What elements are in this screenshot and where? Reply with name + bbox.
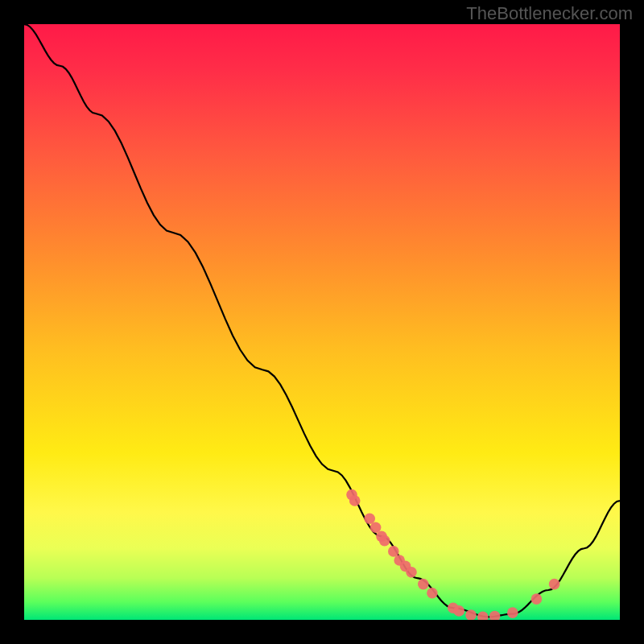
highlight-point	[406, 567, 417, 578]
highlight-point	[349, 495, 361, 506]
chart-svg	[24, 24, 620, 620]
highlight-point	[379, 535, 390, 547]
highlight-point	[489, 611, 501, 620]
bottleneck-curve	[24, 24, 620, 617]
highlight-point	[370, 522, 382, 534]
highlight-point	[549, 579, 560, 590]
watermark-text: TheBottlenecker.com	[466, 3, 633, 24]
chart-plot-area	[24, 24, 620, 620]
highlight-point	[531, 593, 543, 605]
highlight-point	[477, 612, 489, 621]
highlight-point	[453, 605, 464, 617]
highlight-point	[427, 588, 438, 599]
highlight-points-group	[346, 489, 559, 620]
highlight-point	[507, 607, 518, 618]
highlight-point	[388, 546, 399, 557]
highlight-point	[418, 579, 429, 590]
highlight-point	[364, 513, 375, 524]
